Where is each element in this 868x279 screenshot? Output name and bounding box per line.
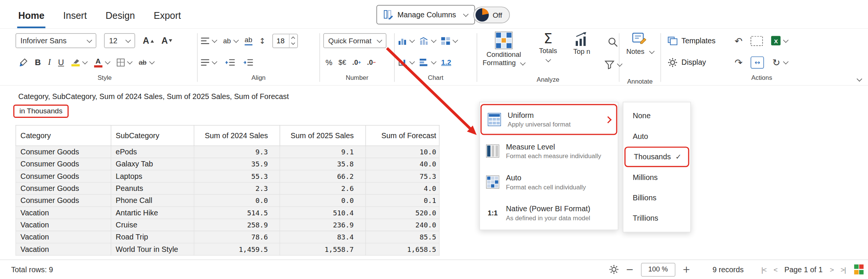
font-color-button[interactable]: A (94, 57, 109, 67)
tab-insert[interactable]: Insert (62, 4, 88, 28)
sales-2024-cell[interactable]: 9.3 (194, 146, 280, 158)
table-row[interactable]: Vacation Road Trip 78.6 83.4 85.5 (16, 231, 439, 243)
underline-button[interactable]: U (58, 58, 64, 67)
subcategory-cell[interactable]: Phone Call (111, 194, 194, 206)
borders-button[interactable] (117, 58, 132, 66)
redo-button[interactable]: ↷ (735, 57, 743, 68)
menu-item-uniform[interactable]: Uniform Apply universal format (480, 104, 617, 135)
sales-2024-cell[interactable]: 35.9 (194, 158, 280, 170)
menu-item-auto[interactable]: Auto Format each cell individually (480, 166, 618, 197)
italic-button[interactable]: I (48, 58, 51, 67)
category-cell[interactable]: Vacation (16, 243, 111, 255)
category-cell[interactable]: Consumer Goods (16, 146, 111, 158)
templates-button[interactable]: Templates (668, 36, 726, 45)
forecast-cell[interactable]: 1,658.5 (366, 243, 439, 255)
sales-2025-cell[interactable]: 83.4 (280, 231, 366, 243)
subcategory-cell[interactable]: Laptops (111, 170, 194, 182)
sales-2025-cell[interactable]: 1,558.7 (280, 243, 366, 255)
increase-font-size-button[interactable]: A (143, 36, 154, 46)
category-cell[interactable]: Consumer Goods (16, 158, 111, 170)
column-header-category[interactable]: Category (16, 125, 111, 146)
forecast-cell[interactable]: 240.0 (366, 219, 439, 231)
notes-button[interactable]: Notes (623, 30, 657, 77)
sales-2025-cell[interactable]: 9.1 (280, 146, 366, 158)
sales-2025-cell[interactable]: 2.6 (280, 182, 366, 194)
bold-button[interactable]: B (35, 58, 41, 67)
subcategory-cell[interactable]: Antartic Hike (111, 207, 194, 219)
category-cell[interactable]: Vacation (16, 219, 111, 231)
table-row[interactable]: Vacation Cruise 258.9 236.9 240.0 (16, 219, 439, 231)
category-cell[interactable]: Consumer Goods (16, 182, 111, 194)
subcategory-cell[interactable]: ePods (111, 146, 194, 158)
first-page-button[interactable]: |< (761, 265, 766, 274)
tab-export[interactable]: Export (153, 4, 182, 28)
forecast-cell[interactable]: 4.0 (366, 182, 439, 194)
display-button[interactable]: Display (668, 57, 726, 67)
sales-2024-cell[interactable]: 55.3 (194, 170, 280, 182)
increase-decimal-button[interactable]: .0+ (352, 58, 361, 66)
sales-2024-cell[interactable]: 1,459.5 (194, 243, 280, 255)
forecast-cell[interactable]: 10.0 (366, 146, 439, 158)
row-height-stepper[interactable]: 18 (272, 34, 298, 48)
category-cell[interactable]: Vacation (16, 207, 111, 219)
stepper-arrows[interactable] (289, 34, 297, 47)
column-header-forecast[interactable]: Sum of Forecast (366, 125, 439, 146)
table-row[interactable]: Vacation Antartic Hike 514.5 510.4 520.0 (16, 207, 439, 219)
table-row[interactable]: Consumer Goods Phone Call 0.0 0.0 0.1 (16, 194, 439, 206)
sales-2025-cell[interactable]: 66.2 (280, 170, 366, 182)
submenu-item-millions[interactable]: Millions (623, 167, 691, 188)
sales-2024-cell[interactable]: 78.6 (194, 231, 280, 243)
column-header-2025-sales[interactable]: Sum of 2025 Sales (280, 125, 366, 146)
vertical-align-button[interactable] (201, 59, 216, 66)
selection-mode-button[interactable] (751, 36, 763, 46)
currency-format-button[interactable]: $€ (338, 58, 346, 66)
subcategory-cell[interactable]: Road Trip (111, 231, 194, 243)
column-header-subcategory[interactable]: SubCategory (111, 125, 194, 146)
submenu-item-none[interactable]: None (623, 106, 691, 126)
decrease-indent-button[interactable] (225, 59, 235, 66)
tab-home[interactable]: Home (17, 4, 46, 28)
increase-indent-button[interactable] (244, 59, 253, 66)
chart-layout-button[interactable] (420, 37, 436, 45)
table-row[interactable]: Consumer Goods Peanuts 2.3 2.6 4.0 (16, 182, 439, 194)
subcategory-cell[interactable]: Cruise (111, 219, 194, 231)
conditional-formatting-button[interactable]: Conditional Formatting (480, 30, 527, 75)
submenu-item-thousands[interactable]: Thousands ✓ (624, 146, 689, 167)
submenu-item-trillions[interactable]: Trillions (623, 208, 691, 228)
fit-width-button[interactable]: ↔ (751, 56, 764, 68)
subcategory-cell[interactable]: World Tour in Style (111, 243, 194, 255)
zoom-in-button[interactable]: + (682, 264, 690, 275)
top-n-button[interactable]: Top n (569, 30, 595, 75)
search-button[interactable] (607, 36, 618, 47)
forecast-cell[interactable]: 40.0 (366, 158, 439, 170)
chart-style-button[interactable] (441, 37, 457, 45)
table-row[interactable]: Consumer Goods ePods 9.3 9.1 10.0 (16, 146, 439, 158)
wrap-text-button[interactable]: ab (223, 37, 238, 45)
horizontal-align-button[interactable] (201, 37, 216, 44)
last-page-button[interactable]: >| (840, 265, 845, 274)
highlight-color-button[interactable] (71, 58, 87, 66)
sales-2024-cell[interactable]: 0.0 (194, 194, 280, 206)
subcategory-cell[interactable]: Galaxy Tab (111, 158, 194, 170)
column-header-2024-sales[interactable]: Sum of 2024 Sales (194, 125, 280, 146)
table-row[interactable]: Vacation World Tour in Style 1,459.5 1,5… (16, 243, 439, 255)
chart-labels-button[interactable] (420, 58, 436, 66)
category-cell[interactable]: Consumer Goods (16, 170, 111, 182)
percent-format-button[interactable]: % (326, 58, 332, 67)
category-cell[interactable]: Consumer Goods (16, 194, 111, 206)
sales-2024-cell[interactable]: 2.3 (194, 182, 280, 194)
off-toggle[interactable]: Off (473, 7, 510, 23)
sales-2025-cell[interactable]: 35.8 (280, 158, 366, 170)
table-row[interactable]: Consumer Goods Galaxy Tab 35.9 35.8 40.0 (16, 158, 439, 170)
forecast-cell[interactable]: 0.1 (366, 194, 439, 206)
category-cell[interactable]: Vacation (16, 231, 111, 243)
chart-type-button[interactable] (398, 37, 414, 45)
strikethrough-button[interactable]: ab (139, 58, 154, 66)
font-size-select[interactable]: 12 (104, 33, 135, 48)
table-row[interactable]: Consumer Goods Laptops 55.3 66.2 75.3 (16, 170, 439, 182)
undo-button[interactable]: ↶ (735, 35, 743, 46)
decrease-font-size-button[interactable]: A (161, 36, 172, 46)
text-overflow-button[interactable]: ab (245, 36, 252, 46)
sales-2025-cell[interactable]: 510.4 (280, 207, 366, 219)
font-family-select[interactable]: Inforiver Sans (15, 33, 96, 48)
